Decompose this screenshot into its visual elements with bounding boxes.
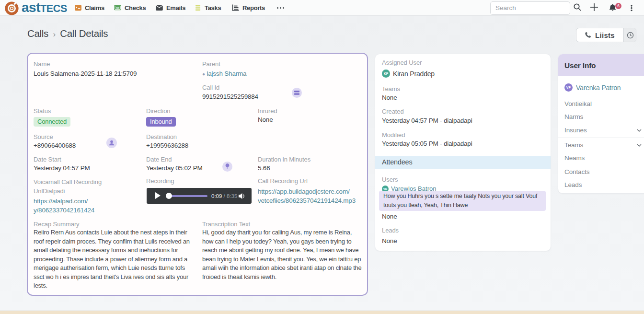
svg-text:123: 123 [116, 7, 119, 9]
